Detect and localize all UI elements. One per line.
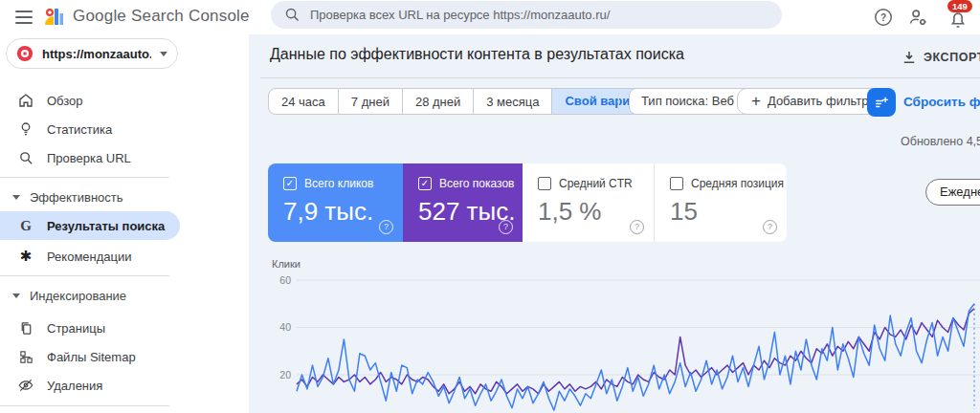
help-icon[interactable]: ? (873, 7, 894, 28)
sidebar-item-removals[interactable]: Удаления (0, 371, 220, 400)
search-console-logo-icon (42, 5, 65, 28)
checkbox-unchecked-icon[interactable] (670, 177, 683, 190)
sitemap-icon (17, 348, 34, 365)
chips-separator (618, 90, 619, 113)
chevron-down-icon (12, 293, 20, 298)
chevron-down-icon (12, 195, 20, 200)
svg-text:?: ? (880, 12, 886, 23)
title-divider (260, 77, 980, 78)
sidebar-divider (0, 275, 169, 276)
sidebar-divider (0, 177, 169, 178)
svg-text:40: 40 (279, 321, 291, 333)
app-header: Google Search Console Проверка всех URL … (0, 0, 980, 34)
search-placeholder: Проверка всех URL на ресурсе https://mon… (310, 8, 610, 22)
home-icon (17, 92, 34, 109)
svg-text:20: 20 (279, 369, 291, 380)
sidebar-section-performance[interactable]: Эффективность (0, 185, 220, 209)
svg-text:60: 60 (279, 274, 291, 286)
page-title: Данные по эффективности контента в резул… (270, 46, 684, 63)
chevron-down-icon (160, 52, 167, 56)
chip-3-months[interactable]: 3 месяца (474, 88, 552, 115)
lightbulb-icon (17, 120, 34, 138)
bell-icon[interactable] (947, 10, 969, 31)
plus-icon: + (751, 89, 761, 114)
total-impressions-card[interactable]: ✓ Всего показов 527 тыс. ? (403, 163, 523, 242)
sidebar: https://monzaauto.ru/ Обзор Статистика П… (0, 34, 249, 413)
checkbox-checked-icon[interactable]: ✓ (418, 177, 432, 190)
sidebar-item-sitemaps[interactable]: Файлы Sitemap (0, 342, 220, 371)
metric-cards: ✓ Всего кликов 7,9 тыс. ? ✓ Всего показо… (268, 163, 787, 242)
sidebar-section-indexing[interactable]: Индексирование (0, 283, 220, 308)
url-inspection-search-input[interactable]: Проверка всех URL на ресурсе https://mon… (271, 1, 782, 29)
property-url: https://monzaauto.ru/ (42, 47, 151, 61)
updated-timestamp: Обновлено 4,5 ч. назад (901, 135, 980, 148)
asterisk-icon: ✱ (17, 248, 34, 265)
export-button[interactable]: ЭКСПОРТИРОВАТЬ (901, 49, 980, 66)
search-icon (17, 149, 34, 166)
download-icon (901, 49, 918, 66)
google-g-icon: G (17, 217, 34, 234)
account-settings-icon[interactable] (907, 7, 928, 28)
sidebar-divider (0, 405, 169, 406)
granularity-button[interactable]: Ежедневно (925, 179, 980, 206)
property-selector[interactable]: https://monzaauto.ru/ (6, 38, 178, 69)
sidebar-item-search-results[interactable]: G Результаты поиска (0, 211, 180, 240)
checkbox-unchecked-icon[interactable] (538, 177, 551, 190)
search-icon (284, 7, 301, 23)
chip-24-hours[interactable]: 24 часа (268, 88, 339, 115)
app-logo[interactable]: Google Search Console (42, 5, 250, 28)
reset-filters-link[interactable]: Сбросить фильтры (903, 95, 980, 109)
date-range-chips: 24 часа 7 дней 28 дней 3 месяца Свой вар… (268, 88, 679, 115)
chip-7-days[interactable]: 7 дней (339, 88, 403, 115)
average-ctr-card[interactable]: Средний CTR 1,5 % ? (523, 163, 654, 242)
chip-28-days[interactable]: 28 дней (403, 88, 474, 115)
help-icon[interactable]: ? (379, 220, 393, 234)
average-position-card[interactable]: Средняя позиция 15 ? (654, 163, 787, 242)
property-favicon (16, 45, 33, 62)
help-icon[interactable]: ? (630, 220, 644, 234)
app-title: Google Search Console (73, 7, 250, 26)
notification-badge: 149 (947, 0, 972, 12)
filter-button[interactable] (867, 88, 896, 117)
filter-icon (873, 94, 890, 111)
help-icon[interactable]: ? (763, 220, 777, 234)
menu-icon[interactable] (15, 11, 33, 24)
total-clicks-card[interactable]: ✓ Всего кликов 7,9 тыс. ? (268, 163, 403, 242)
sidebar-item-pages[interactable]: Страницы (0, 314, 220, 342)
add-filter-chip[interactable]: + Добавить фильтр (737, 88, 883, 115)
sidebar-item-url-inspection[interactable]: Проверка URL (0, 143, 220, 172)
checkbox-checked-icon[interactable]: ✓ (283, 177, 297, 190)
sidebar-item-insights[interactable]: Статистика (0, 115, 220, 143)
sidebar-item-recommendations[interactable]: ✱ Рекомендации (0, 242, 220, 271)
pages-icon (17, 319, 34, 337)
help-icon[interactable]: ? (499, 220, 513, 234)
sidebar-item-overview[interactable]: Обзор (0, 86, 220, 115)
eye-slash-icon (17, 377, 34, 394)
performance-chart[interactable]: 204060 (268, 258, 980, 413)
